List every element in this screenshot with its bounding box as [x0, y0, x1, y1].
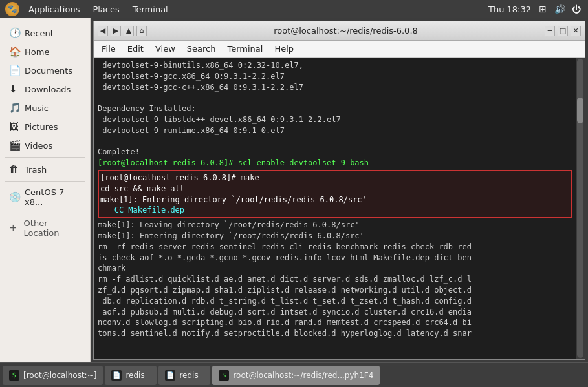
tline-rm1c: chmark	[98, 263, 572, 274]
tline-make: [root@localhost redis-6.0.8]# make	[99, 173, 571, 183]
terminal-window: ◀ ▶ ▲ ⌂ root@localhost:~/redis/redis-6.0…	[93, 21, 585, 360]
tline-cdsrc: cd src && make all	[99, 183, 571, 194]
taskbar-icon-root: $	[9, 370, 19, 381]
sidebar-label-pictures: Pictures	[25, 122, 58, 132]
sidebar-divider-2	[5, 181, 85, 182]
tline-rm1b: is-check-aof *.o *.gcda *.gcno *.gcov re…	[98, 253, 572, 264]
recent-icon: 🕐	[9, 27, 21, 39]
win-action-btns: ─ □ ✕	[545, 26, 581, 36]
maximize-button[interactable]: □	[558, 26, 568, 36]
network-icon[interactable]: ⊞	[536, 3, 549, 16]
sidebar-item-videos[interactable]: 🎬 Videos	[3, 136, 87, 154]
taskbar-icon-active: $	[219, 370, 229, 381]
sidebar-label-trash: Trash	[25, 165, 47, 174]
taskbar-item-root-terminal[interactable]: $ [root@localhost:~]	[3, 366, 103, 385]
terminal-body: devtoolset-9-binutils.x86_64 0:2.32-10.e…	[94, 58, 585, 359]
tline-complete: Complete!	[98, 147, 572, 158]
pictures-icon: 🖼	[9, 121, 21, 132]
sidebar-item-home[interactable]: 🏠 Home	[3, 43, 87, 61]
top-bar-left: 🐾 Applications Places Terminal	[5, 2, 173, 16]
tline-rm2d: aof.d pubsub.d multi.d debug.d sort.d in…	[98, 307, 572, 318]
sidebar-label-home: Home	[25, 47, 49, 57]
tline-3: devtoolset-9-gcc-c++.x86_64 0:9.3.1-2.2.…	[98, 82, 572, 93]
nav-up-btn[interactable]: ▲	[124, 26, 134, 36]
sidebar-item-other[interactable]: + Other Location	[3, 216, 87, 240]
close-button[interactable]: ✕	[571, 26, 581, 36]
top-bar-icons: ⊞ 🔊 ⏻	[536, 3, 583, 16]
tline-scl: [root@localhost redis-6.0.8]# scl enable…	[98, 158, 572, 169]
terminal-menubar: File Edit View Search Terminal Help	[94, 41, 585, 58]
top-bar-menu: Applications Places Terminal	[23, 3, 173, 16]
taskbar-item-redis-2[interactable]: 📄 redis	[158, 366, 210, 385]
tline-blank-2	[98, 136, 572, 147]
sidebar-item-recent[interactable]: 🕐 Recent	[3, 24, 87, 42]
sidebar-label-music: Music	[25, 103, 49, 113]
nav-home-btn[interactable]: ⌂	[136, 26, 147, 36]
tline-2: devtoolset-9-gcc.x86_64 0:9.3.1-2.2.el7	[98, 71, 572, 82]
nav-back-btn[interactable]: ◀	[98, 26, 108, 36]
downloads-icon: ⬇	[9, 83, 21, 95]
terminal-title: root@localhost:~/redis/redis-6.0.8	[147, 26, 545, 36]
taskbar-icon-redis2: 📄	[165, 370, 175, 381]
sidebar-item-trash[interactable]: 🗑 Trash	[3, 160, 87, 178]
menu-help[interactable]: Help	[269, 43, 299, 55]
sidebar-label-documents: Documents	[25, 66, 72, 76]
tline-cc: CC Makefile.dep	[99, 205, 571, 216]
sidebar-item-documents[interactable]: 📄 Documents	[3, 61, 87, 79]
menu-terminal[interactable]: Terminal	[222, 43, 268, 55]
documents-icon: 📄	[9, 65, 21, 76]
sidebar: 🕐 Recent 🏠 Home 📄 Documents ⬇ Downloads …	[0, 18, 91, 362]
clock: Thu 18:32	[488, 5, 531, 14]
tline-dep: Dependency Installed:	[98, 103, 572, 114]
taskbar-label-redis1: redis	[125, 371, 144, 380]
menu-places[interactable]: Places	[87, 3, 124, 16]
power-icon[interactable]: ⏻	[570, 3, 583, 16]
menu-applications[interactable]: Applications	[23, 3, 85, 16]
terminal-content[interactable]: devtoolset-9-binutils.x86_64 0:2.32-10.e…	[94, 58, 576, 359]
tline-rm2c: db.d replication.d rdb.d t_string.d t_li…	[98, 296, 572, 307]
tline-entering2: make[1]: Entering directory `/root/redis…	[98, 231, 572, 242]
taskbar-item-redis-1[interactable]: 📄 redis	[105, 366, 157, 385]
highlight-block: [root@localhost redis-6.0.8]# make cd sr…	[98, 170, 572, 218]
main-area: 🕐 Recent 🏠 Home 📄 Documents ⬇ Downloads …	[0, 18, 588, 362]
other-icon: +	[9, 222, 20, 234]
sidebar-item-downloads[interactable]: ⬇ Downloads	[3, 80, 87, 98]
top-bar: 🐾 Applications Places Terminal Thu 18:32…	[0, 0, 588, 18]
tline-leaving: make[1]: Leaving directory `/root/redis/…	[98, 220, 572, 231]
sidebar-item-pictures[interactable]: 🖼 Pictures	[3, 118, 87, 136]
menu-file[interactable]: File	[96, 43, 121, 55]
sidebar-label-downloads: Downloads	[25, 85, 71, 94]
minimize-button[interactable]: ─	[545, 26, 555, 36]
app-icon: 🐾	[5, 2, 19, 16]
sidebar-label-videos: Videos	[25, 141, 52, 151]
nav-fwd-btn[interactable]: ▶	[111, 26, 121, 36]
tline-rm2a: rm -f adlist.d quicklist.d ae.d anet.d d…	[98, 274, 572, 285]
tline-rm1a: rm -rf redis-server redis-sentinel redis…	[98, 242, 572, 253]
menu-edit[interactable]: Edit	[122, 43, 149, 55]
sidebar-divider-1	[5, 157, 85, 158]
taskbar: $ [root@localhost:~] 📄 redis 📄 redis $ r…	[0, 362, 588, 387]
tline-rm2b: zf_d.d pqsort.d zipmap.d sha1.d ziplist.…	[98, 285, 572, 296]
tline-entering: make[1]: Entering directory `/root/redis…	[99, 194, 571, 205]
taskbar-label-redis2: redis	[179, 371, 198, 380]
tline-5: devtoolset-9-runtime.x86_64 0:9.1-0.el7	[98, 125, 572, 136]
menu-search[interactable]: Search	[182, 43, 221, 55]
music-icon: 🎵	[9, 102, 21, 114]
taskbar-item-active-terminal[interactable]: $ root@localhost:~/redis/red...pyh1F4	[212, 366, 380, 385]
videos-icon: 🎬	[9, 140, 21, 151]
scroll-track	[577, 59, 583, 358]
sidebar-divider-3	[5, 213, 85, 213]
home-icon: 🏠	[9, 46, 21, 58]
tline-1: devtoolset-9-binutils.x86_64 0:2.32-10.e…	[98, 60, 572, 71]
terminal-scrollbar[interactable]	[576, 58, 585, 359]
trash-icon: 🗑	[9, 163, 21, 175]
sidebar-label-recent: Recent	[25, 28, 54, 38]
menu-view[interactable]: View	[150, 43, 180, 55]
tline-blank-1	[98, 92, 572, 103]
sidebar-item-centos[interactable]: 💿 CentOS 7 x8...	[3, 184, 87, 210]
volume-icon[interactable]: 🔊	[553, 3, 566, 16]
top-bar-right: Thu 18:32 ⊞ 🔊 ⏻	[488, 3, 583, 16]
scroll-thumb[interactable]	[577, 98, 583, 123]
sidebar-item-music[interactable]: 🎵 Music	[3, 99, 87, 117]
menu-terminal[interactable]: Terminal	[127, 3, 173, 16]
